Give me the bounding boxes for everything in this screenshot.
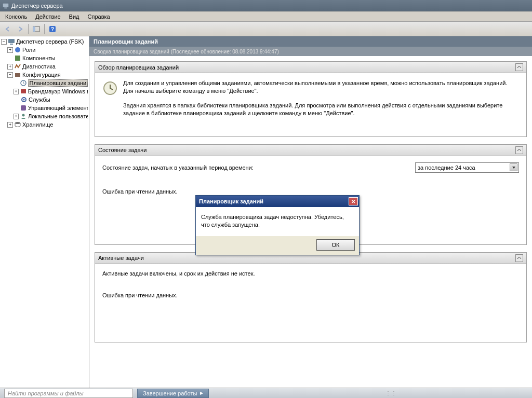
collapse-button[interactable] — [515, 254, 523, 262]
expander-icon[interactable]: + — [7, 47, 13, 53]
section-title: Обзор планировщика заданий — [98, 64, 179, 71]
help-button[interactable]: ? — [47, 23, 58, 35]
expander-icon[interactable]: + — [7, 64, 13, 70]
chevron-up-icon — [517, 65, 522, 70]
chevron-down-icon — [510, 163, 517, 171]
gear-icon — [20, 96, 28, 103]
navigation-tree[interactable]: − Диспетчер сервера (FSK) + Роли Компоне… — [0, 36, 89, 388]
window-titlebar: Диспетчер сервера — [0, 0, 532, 11]
tree-local-users[interactable]: + Локальные пользователи — [0, 112, 89, 120]
status-error: Ошибка при чтении данных. — [102, 188, 519, 195]
chevron-right-icon: ▶ — [200, 391, 203, 395]
tree-diagnostics[interactable]: + Диагностика — [0, 62, 89, 71]
tree-configuration[interactable]: − Конфигурация — [0, 71, 89, 79]
expander-icon[interactable]: − — [1, 39, 7, 45]
active-error: Ошибка при чтении данных. — [102, 292, 519, 298]
error-dialog: Планировщик заданий ✕ Служба планировщик… — [195, 195, 360, 255]
svg-point-14 — [23, 99, 25, 101]
svg-rect-9 — [15, 56, 20, 61]
expander-icon[interactable]: + — [14, 89, 19, 94]
collapse-button[interactable] — [515, 146, 523, 154]
svg-point-16 — [22, 114, 24, 117]
overview-section: Обзор планировщика заданий Для создания … — [95, 61, 527, 137]
component-icon — [14, 54, 21, 62]
tree-label: Роли — [22, 47, 35, 53]
menu-bar: Консоль Действие Вид Справка — [0, 11, 532, 22]
toolbar: ? — [0, 22, 532, 36]
dialog-footer: ОК — [196, 236, 359, 255]
expander-spacer — [14, 80, 19, 86]
tree-label: Диагностика — [22, 63, 56, 70]
overview-p1: Для создания и управления общими задания… — [123, 79, 519, 95]
overview-p2: Задания хранятся в папках библиотеки пла… — [123, 102, 519, 118]
tree-label: Конфигурация — [22, 72, 61, 78]
dialog-titlebar[interactable]: Планировщик заданий ✕ — [196, 196, 359, 207]
help-icon: ? — [49, 25, 56, 33]
tree-label: Службы — [29, 97, 50, 103]
svg-rect-3 — [33, 26, 35, 32]
diagnostics-icon — [14, 63, 21, 70]
tree-roles[interactable]: + Роли — [0, 46, 89, 54]
search-input[interactable]: Найти программы и файлы — [4, 389, 133, 398]
taskbar-shutdown[interactable]: Завершение работы ▶ — [137, 389, 209, 398]
tree-wmi[interactable]: Управляющий элемент W — [0, 104, 89, 112]
svg-text:?: ? — [51, 26, 54, 32]
taskbar: Найти программы и файлы Завершение работ… — [0, 388, 532, 398]
expander-icon[interactable]: + — [7, 122, 13, 128]
content-title: Планировщик заданий — [89, 36, 532, 47]
tree-label: Локальные пользователи — [28, 113, 88, 119]
chevron-up-icon — [517, 148, 522, 153]
menu-action[interactable]: Действие — [31, 12, 64, 21]
toolbar-separator — [28, 24, 29, 34]
dropdown-value: за последние 24 часа — [418, 164, 475, 171]
svg-rect-7 — [10, 44, 13, 45]
server-manager-icon — [2, 2, 9, 9]
nav-back-button[interactable] — [2, 23, 14, 35]
menu-view[interactable]: Вид — [65, 12, 84, 21]
close-button[interactable]: ✕ — [349, 197, 358, 205]
tree-label: Компоненты — [22, 55, 55, 61]
svg-rect-6 — [8, 39, 15, 43]
nav-forward-button[interactable] — [15, 23, 26, 35]
expander-icon[interactable]: − — [7, 72, 13, 78]
task-label: Завершение работы — [143, 390, 197, 396]
toolbar-separator — [44, 24, 45, 34]
tree-root[interactable]: − Диспетчер сервера (FSK) — [0, 37, 89, 46]
config-icon — [14, 71, 21, 78]
tree-storage[interactable]: + Хранилище — [0, 120, 89, 129]
chevron-up-icon — [517, 256, 522, 260]
search-placeholder: Найти программы и файлы — [8, 390, 84, 396]
svg-point-8 — [15, 47, 20, 52]
expander-spacer — [14, 97, 19, 103]
collapse-button[interactable] — [515, 63, 523, 71]
svg-rect-12 — [21, 89, 26, 93]
content-subtitle: Сводка планировщика заданий (Последнее о… — [89, 47, 532, 56]
server-icon — [8, 38, 15, 45]
section-header[interactable]: Обзор планировщика заданий — [95, 62, 526, 73]
overview-body: Для создания и управления общими задания… — [95, 73, 526, 136]
ok-button[interactable]: ОК — [316, 239, 355, 251]
panel-icon — [33, 25, 40, 33]
menu-help[interactable]: Справка — [84, 12, 114, 21]
clock-icon — [20, 79, 27, 87]
show-hide-tree-button[interactable] — [31, 23, 42, 35]
period-dropdown[interactable]: за последние 24 часа — [415, 162, 519, 173]
close-icon: ✕ — [351, 199, 355, 204]
tree-label: Хранилище — [22, 121, 53, 128]
tree-services[interactable]: Службы — [0, 95, 89, 104]
expander-icon[interactable]: + — [14, 114, 19, 119]
dialog-body: Служба планировщика задач недоступна. Уб… — [196, 207, 359, 236]
section-header[interactable]: Состояние задачи — [95, 145, 526, 156]
arrow-right-icon — [17, 25, 24, 33]
status-label: Состояние задач, начатых в указанный пер… — [102, 164, 254, 171]
menu-console[interactable]: Консоль — [1, 12, 31, 21]
tree-components[interactable]: Компоненты — [0, 54, 89, 62]
tree-task-scheduler[interactable]: Планировщик заданий — [0, 79, 89, 87]
section-title: Активные задачи — [98, 255, 144, 261]
arrow-left-icon — [4, 25, 11, 33]
overview-text: Для создания и управления общими задания… — [123, 79, 519, 124]
tree-label: Брандмауэр Windows в ре — [28, 88, 88, 94]
resize-gripper[interactable]: ⋮⋮ — [385, 390, 397, 396]
tree-firewall[interactable]: + Брандмауэр Windows в ре — [0, 87, 89, 95]
users-icon — [20, 113, 27, 120]
